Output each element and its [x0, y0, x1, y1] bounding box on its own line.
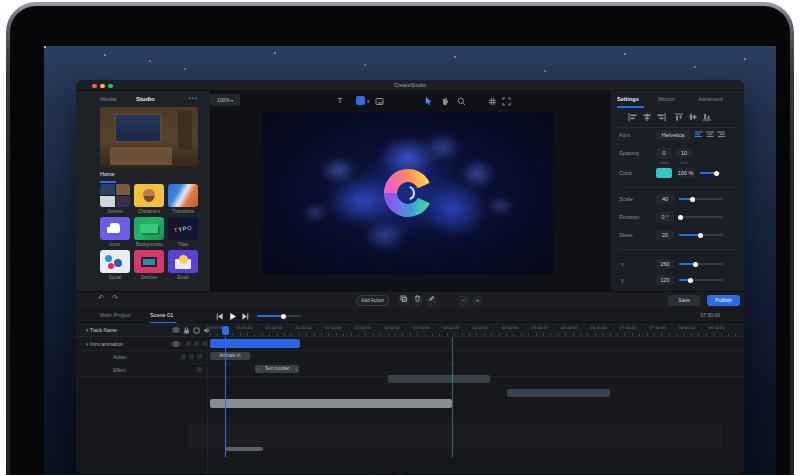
x-position-field[interactable]: 260: [656, 259, 674, 269]
font-dropdown[interactable]: Helvetica: [656, 130, 690, 140]
category-card-email[interactable]: [168, 250, 198, 273]
tab-main-project[interactable]: Main Project: [100, 312, 131, 318]
tab-studio[interactable]: Studio: [136, 96, 155, 102]
letter-spacing-field[interactable]: 0: [656, 148, 672, 158]
y-position-slider[interactable]: [679, 279, 723, 281]
text-align-left-icon[interactable]: [695, 131, 703, 139]
tab-home[interactable]: Home: [100, 171, 115, 177]
play-icon[interactable]: [228, 312, 237, 321]
track-name[interactable]: Effect: [113, 367, 126, 373]
color-opacity-field[interactable]: 100 %: [676, 168, 695, 178]
zoom-in-timeline-icon[interactable]: +: [472, 295, 483, 306]
align-middle-vertical-icon[interactable]: [688, 113, 698, 121]
align-center-horizontal-icon[interactable]: [642, 113, 652, 121]
timeline-zoom-slider[interactable]: [257, 315, 301, 317]
category-card-icons[interactable]: [100, 217, 130, 240]
rotation-field[interactable]: 0 °: [656, 212, 674, 222]
timeline-clip-long[interactable]: [210, 399, 452, 408]
text-tool-icon[interactable]: T: [334, 95, 346, 106]
duplicate-icon[interactable]: [398, 295, 409, 306]
ruler-label: 08:00:00: [679, 325, 695, 330]
visibility-icon[interactable]: [172, 327, 180, 334]
align-left-icon[interactable]: [628, 113, 638, 121]
align-bottom-icon[interactable]: [702, 113, 712, 121]
clip-next-icon[interactable]: ›: [295, 365, 297, 373]
playhead-line[interactable]: [225, 337, 226, 457]
x-position-slider[interactable]: [679, 263, 723, 265]
scale-slider[interactable]: [679, 198, 723, 200]
track-option-toggle[interactable]: [197, 367, 202, 372]
zoom-out-timeline-icon[interactable]: −: [458, 295, 469, 306]
animate-in-clip[interactable]: Animate in: [210, 352, 250, 360]
category-card-characters[interactable]: [134, 184, 164, 207]
align-right-icon[interactable]: [656, 113, 666, 121]
text-align-center-icon[interactable]: [706, 131, 714, 139]
visibility-icon[interactable]: [172, 341, 180, 348]
timeline-clip[interactable]: [388, 375, 490, 383]
color-swatch[interactable]: [656, 168, 672, 178]
delete-icon[interactable]: [412, 295, 423, 306]
track-name[interactable]: Intro animation: [90, 341, 123, 347]
intro-animation-clip[interactable]: [210, 339, 300, 348]
color-label: Color: [619, 170, 632, 176]
redo-icon[interactable]: ↷: [112, 294, 118, 302]
line-spacing-field[interactable]: 10: [676, 148, 692, 158]
tab-scene-01[interactable]: Scene 01: [150, 312, 173, 318]
category-card-scenes[interactable]: [100, 184, 130, 207]
skew-field[interactable]: 20: [656, 230, 674, 240]
video-canvas[interactable]: [263, 112, 553, 274]
scale-field[interactable]: 40: [656, 194, 674, 204]
track-option-toggle[interactable]: [186, 341, 191, 346]
save-button[interactable]: Save: [668, 295, 700, 306]
next-frame-icon[interactable]: [241, 312, 250, 321]
shape-tool-icon[interactable]: [356, 96, 365, 105]
track-option-toggle[interactable]: [197, 354, 202, 359]
media-tool-icon[interactable]: [373, 95, 385, 106]
rotation-slider[interactable]: [679, 216, 723, 218]
edit-icon[interactable]: [426, 295, 437, 306]
track-option-toggle[interactable]: [202, 341, 207, 346]
text-counter-clip[interactable]: ‹ Text counter ›: [255, 365, 299, 373]
text-align-right-icon[interactable]: [717, 131, 725, 139]
solo-track-icon[interactable]: [193, 327, 201, 334]
timeline-clip[interactable]: [507, 389, 610, 397]
category-card-devices[interactable]: [134, 250, 164, 273]
tab-settings[interactable]: Settings: [617, 96, 639, 102]
category-card-social[interactable]: [100, 250, 130, 273]
fit-screen-icon[interactable]: [500, 95, 512, 106]
add-action-button[interactable]: Add Action: [356, 295, 389, 306]
track-option-toggle[interactable]: [181, 354, 186, 359]
timeline-ruler[interactable]: ▾ Track Name 00:00:00: [76, 323, 744, 337]
publish-button[interactable]: Publish: [707, 295, 740, 306]
zoom-tool-icon[interactable]: [455, 95, 467, 106]
horizontal-scrollbar[interactable]: [225, 447, 263, 451]
track-name[interactable]: Action: [113, 354, 127, 360]
scene-shelf-art: [178, 111, 192, 149]
undo-icon[interactable]: ↶: [98, 294, 104, 302]
category-card-backgrounds[interactable]: [134, 217, 164, 240]
playhead-handle[interactable]: [222, 326, 229, 335]
featured-scene-thumbnail[interactable]: [100, 107, 198, 167]
tab-media[interactable]: Media: [100, 96, 116, 102]
clip-prev-icon[interactable]: ‹: [257, 365, 259, 373]
tab-motion[interactable]: Motion: [658, 96, 675, 102]
lock-icon[interactable]: [183, 327, 191, 334]
track-option-toggle[interactable]: [189, 354, 194, 359]
more-menu-icon[interactable]: •••: [189, 95, 198, 101]
track-option-toggle[interactable]: [194, 341, 199, 346]
y-position-field[interactable]: 120: [656, 275, 674, 285]
category-card-titles[interactable]: TYPO: [168, 217, 198, 240]
tab-advanced[interactable]: Advanced: [698, 96, 722, 102]
previous-frame-icon[interactable]: [215, 312, 224, 321]
shape-tool-caret-icon[interactable]: ▾: [367, 98, 370, 104]
grid-toggle-icon[interactable]: [486, 95, 498, 106]
skew-slider[interactable]: [679, 234, 723, 236]
category-card-transitions[interactable]: [168, 184, 198, 207]
ruler-label: 00:00:00: [207, 325, 223, 330]
color-opacity-slider[interactable]: [700, 172, 721, 174]
hand-tool-icon[interactable]: [439, 95, 451, 106]
align-top-icon[interactable]: [674, 113, 684, 121]
canvas-zoom-dropdown[interactable]: 100% ▾: [210, 94, 240, 106]
select-tool-icon[interactable]: [422, 95, 434, 106]
createstudio-logo: [380, 165, 436, 221]
